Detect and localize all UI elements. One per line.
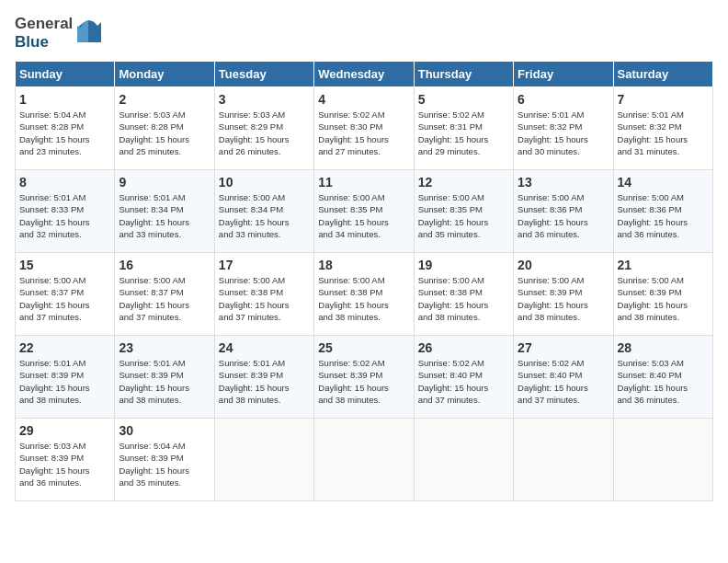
day-info: Sunrise: 5:03 AM Sunset: 8:40 PM Dayligh…: [618, 357, 709, 406]
day-number: 13: [518, 175, 609, 190]
day-info: Sunrise: 5:00 AM Sunset: 8:39 PM Dayligh…: [518, 274, 609, 323]
day-number: 24: [219, 340, 310, 355]
day-number: 20: [518, 258, 609, 272]
day-info: Sunrise: 5:01 AM Sunset: 8:34 PM Dayligh…: [119, 191, 210, 240]
calendar-cell: 21Sunrise: 5:00 AM Sunset: 8:39 PM Dayli…: [613, 253, 712, 336]
day-number: 8: [19, 175, 110, 190]
day-info: Sunrise: 5:00 AM Sunset: 8:37 PM Dayligh…: [19, 274, 110, 323]
calendar-cell: [414, 419, 513, 501]
day-info: Sunrise: 5:01 AM Sunset: 8:32 PM Dayligh…: [518, 109, 609, 157]
calendar-cell: 22Sunrise: 5:01 AM Sunset: 8:39 PM Dayli…: [16, 336, 115, 419]
day-info: Sunrise: 5:02 AM Sunset: 8:39 PM Dayligh…: [318, 357, 409, 406]
calendar-cell: 16Sunrise: 5:00 AM Sunset: 8:37 PM Dayli…: [115, 253, 214, 336]
day-number: 4: [318, 92, 409, 107]
calendar-cell: 14Sunrise: 5:00 AM Sunset: 8:36 PM Dayli…: [613, 170, 712, 253]
calendar-cell: [214, 419, 313, 501]
calendar-cell: 8Sunrise: 5:01 AM Sunset: 8:33 PM Daylig…: [16, 170, 115, 253]
day-number: 11: [318, 175, 409, 190]
day-info: Sunrise: 5:00 AM Sunset: 8:36 PM Dayligh…: [618, 191, 709, 240]
day-info: Sunrise: 5:02 AM Sunset: 8:30 PM Dayligh…: [318, 109, 409, 157]
calendar-header-tuesday: Tuesday: [214, 62, 313, 87]
calendar-cell: 27Sunrise: 5:02 AM Sunset: 8:40 PM Dayli…: [514, 336, 613, 419]
calendar-cell: 12Sunrise: 5:00 AM Sunset: 8:35 PM Dayli…: [414, 170, 513, 253]
day-number: 2: [119, 92, 210, 107]
calendar-cell: 29Sunrise: 5:03 AM Sunset: 8:39 PM Dayli…: [16, 419, 115, 501]
calendar-cell: 17Sunrise: 5:00 AM Sunset: 8:38 PM Dayli…: [214, 253, 313, 336]
calendar-cell: 7Sunrise: 5:01 AM Sunset: 8:32 PM Daylig…: [613, 87, 712, 170]
page-header: General Blue: [15, 15, 713, 52]
calendar-cell: 26Sunrise: 5:02 AM Sunset: 8:40 PM Dayli…: [414, 336, 513, 419]
calendar-cell: [514, 419, 613, 501]
day-number: 17: [219, 258, 310, 272]
day-number: 27: [518, 340, 609, 355]
day-number: 30: [119, 423, 210, 438]
calendar-week-row: 22Sunrise: 5:01 AM Sunset: 8:39 PM Dayli…: [16, 336, 713, 419]
day-number: 7: [618, 92, 709, 107]
logo-icon: [75, 17, 101, 42]
calendar-cell: 19Sunrise: 5:00 AM Sunset: 8:38 PM Dayli…: [414, 253, 513, 336]
calendar-header-saturday: Saturday: [613, 62, 712, 87]
calendar-table: SundayMondayTuesdayWednesdayThursdayFrid…: [15, 61, 713, 501]
calendar-header-friday: Friday: [514, 62, 613, 87]
day-info: Sunrise: 5:03 AM Sunset: 8:28 PM Dayligh…: [119, 109, 210, 157]
day-info: Sunrise: 5:00 AM Sunset: 8:35 PM Dayligh…: [418, 191, 509, 240]
day-number: 6: [518, 92, 609, 107]
calendar-cell: 13Sunrise: 5:00 AM Sunset: 8:36 PM Dayli…: [514, 170, 613, 253]
calendar-cell: 11Sunrise: 5:00 AM Sunset: 8:35 PM Dayli…: [314, 170, 414, 253]
calendar-cell: 25Sunrise: 5:02 AM Sunset: 8:39 PM Dayli…: [314, 336, 414, 419]
calendar-cell: [613, 419, 712, 501]
calendar-cell: 3Sunrise: 5:03 AM Sunset: 8:29 PM Daylig…: [214, 87, 313, 170]
day-number: 26: [418, 340, 509, 355]
day-number: 5: [418, 92, 509, 107]
calendar-cell: 30Sunrise: 5:04 AM Sunset: 8:39 PM Dayli…: [115, 419, 214, 501]
calendar-header-thursday: Thursday: [414, 62, 513, 87]
calendar-body: 1Sunrise: 5:04 AM Sunset: 8:28 PM Daylig…: [16, 87, 713, 501]
day-number: 28: [618, 340, 709, 355]
day-number: 9: [119, 175, 210, 190]
calendar-cell: 1Sunrise: 5:04 AM Sunset: 8:28 PM Daylig…: [16, 87, 115, 170]
calendar-header-wednesday: Wednesday: [314, 62, 414, 87]
calendar-cell: 15Sunrise: 5:00 AM Sunset: 8:37 PM Dayli…: [16, 253, 115, 336]
day-number: 19: [418, 258, 509, 272]
calendar-header-monday: Monday: [115, 62, 214, 87]
calendar-header-row: SundayMondayTuesdayWednesdayThursdayFrid…: [16, 62, 713, 87]
day-info: Sunrise: 5:01 AM Sunset: 8:39 PM Dayligh…: [219, 357, 310, 406]
day-info: Sunrise: 5:00 AM Sunset: 8:38 PM Dayligh…: [418, 274, 509, 323]
day-number: 15: [19, 258, 110, 272]
logo-general: General: [15, 15, 73, 32]
day-info: Sunrise: 5:00 AM Sunset: 8:34 PM Dayligh…: [219, 191, 310, 240]
calendar-cell: 4Sunrise: 5:02 AM Sunset: 8:30 PM Daylig…: [314, 87, 414, 170]
day-info: Sunrise: 5:04 AM Sunset: 8:28 PM Dayligh…: [19, 109, 110, 157]
calendar-cell: 20Sunrise: 5:00 AM Sunset: 8:39 PM Dayli…: [514, 253, 613, 336]
day-number: 14: [618, 175, 709, 190]
logo-blue: Blue: [15, 33, 49, 51]
day-info: Sunrise: 5:01 AM Sunset: 8:39 PM Dayligh…: [119, 357, 210, 406]
day-info: Sunrise: 5:00 AM Sunset: 8:36 PM Dayligh…: [518, 191, 609, 240]
day-info: Sunrise: 5:01 AM Sunset: 8:39 PM Dayligh…: [19, 357, 110, 406]
day-number: 21: [618, 258, 709, 272]
day-number: 3: [219, 92, 310, 107]
calendar-cell: 23Sunrise: 5:01 AM Sunset: 8:39 PM Dayli…: [115, 336, 214, 419]
day-number: 22: [19, 340, 110, 355]
day-number: 29: [19, 423, 110, 438]
calendar-week-row: 8Sunrise: 5:01 AM Sunset: 8:33 PM Daylig…: [16, 170, 713, 253]
day-number: 23: [119, 340, 210, 355]
calendar-cell: 24Sunrise: 5:01 AM Sunset: 8:39 PM Dayli…: [214, 336, 313, 419]
day-number: 10: [219, 175, 310, 190]
day-info: Sunrise: 5:00 AM Sunset: 8:37 PM Dayligh…: [119, 274, 210, 323]
day-number: 12: [418, 175, 509, 190]
calendar-cell: 18Sunrise: 5:00 AM Sunset: 8:38 PM Dayli…: [314, 253, 414, 336]
day-info: Sunrise: 5:00 AM Sunset: 8:38 PM Dayligh…: [219, 274, 310, 323]
day-info: Sunrise: 5:02 AM Sunset: 8:40 PM Dayligh…: [418, 357, 509, 406]
day-info: Sunrise: 5:02 AM Sunset: 8:31 PM Dayligh…: [418, 109, 509, 157]
day-info: Sunrise: 5:04 AM Sunset: 8:39 PM Dayligh…: [119, 440, 210, 488]
day-number: 16: [119, 258, 210, 272]
calendar-cell: 2Sunrise: 5:03 AM Sunset: 8:28 PM Daylig…: [115, 87, 214, 170]
calendar-cell: 6Sunrise: 5:01 AM Sunset: 8:32 PM Daylig…: [514, 87, 613, 170]
day-info: Sunrise: 5:00 AM Sunset: 8:38 PM Dayligh…: [318, 274, 409, 323]
day-info: Sunrise: 5:00 AM Sunset: 8:35 PM Dayligh…: [318, 191, 409, 240]
calendar-cell: [314, 419, 414, 501]
day-number: 25: [318, 340, 409, 355]
calendar-cell: 10Sunrise: 5:00 AM Sunset: 8:34 PM Dayli…: [214, 170, 313, 253]
calendar-week-row: 1Sunrise: 5:04 AM Sunset: 8:28 PM Daylig…: [16, 87, 713, 170]
